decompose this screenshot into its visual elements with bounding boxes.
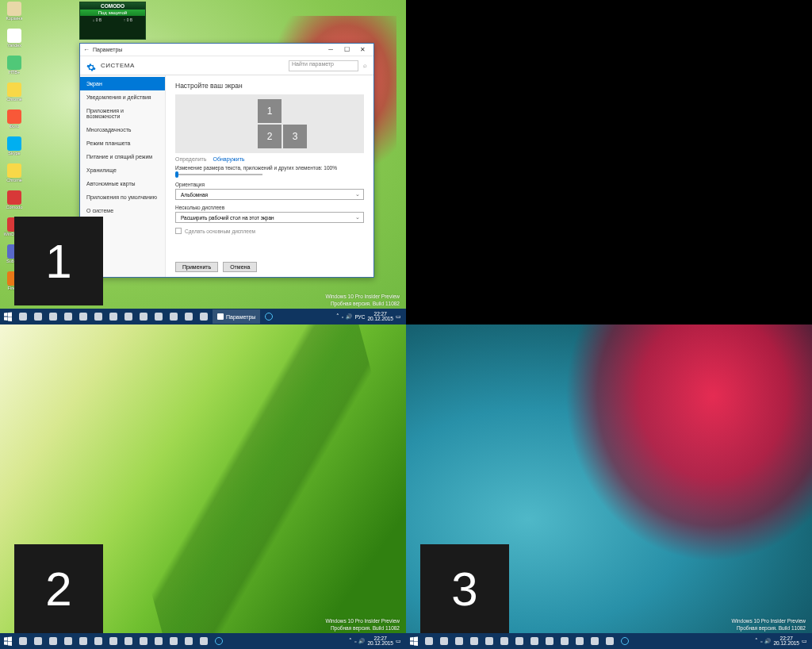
task-view-icon[interactable]	[438, 635, 450, 647]
movies-icon[interactable]	[92, 635, 105, 647]
pen-icon[interactable]	[107, 310, 120, 323]
network-icon[interactable]: ▫	[354, 639, 356, 644]
search-input[interactable]: Найти параметр	[289, 60, 358, 71]
sidebar-item[interactable]: Экран	[80, 77, 165, 90]
monitor-tile-1[interactable]: 1	[258, 99, 282, 123]
tray-chevron-icon[interactable]: ˄	[349, 638, 352, 644]
tray-chevron-icon[interactable]: ˄	[336, 313, 339, 320]
desktop-icon[interactable]: Yandex	[3, 29, 25, 54]
network-icon[interactable]: ▫	[760, 639, 762, 644]
onenote-icon[interactable]	[167, 635, 180, 647]
minimize-button[interactable]: ─	[323, 44, 339, 56]
volume-icon[interactable]: 🔊	[764, 638, 771, 644]
taskbar-active-app[interactable]: Параметры	[213, 309, 260, 324]
action-center-icon[interactable]: ▭	[396, 313, 401, 320]
ie-icon[interactable]	[619, 635, 631, 647]
pen-icon[interactable]	[107, 635, 120, 647]
search-icon[interactable]	[423, 635, 435, 647]
clock[interactable]: 22:2720.12.2015	[367, 312, 393, 322]
sidebar-item[interactable]: Приложения по умолчанию	[80, 190, 165, 204]
maximize-button[interactable]: ☐	[339, 44, 354, 56]
task-view-icon[interactable]	[32, 635, 44, 647]
calendar-icon[interactable]	[558, 635, 571, 647]
multidisplay-dropdown[interactable]: Расширить рабочий стол на этот экран ⌄	[175, 212, 364, 223]
start-button[interactable]	[2, 310, 14, 323]
clock[interactable]: 22:2720.12.2015	[773, 636, 799, 647]
earth-icon[interactable]	[182, 635, 195, 647]
desktop-icon[interactable]: Chrome	[3, 83, 25, 108]
sidebar-item[interactable]: Питание и спящий режим	[80, 150, 165, 163]
tray-chevron-icon[interactable]: ˄	[755, 638, 758, 644]
mail-icon[interactable]	[543, 635, 556, 647]
movies-icon[interactable]	[92, 310, 105, 323]
network-icon[interactable]: ▫	[342, 314, 343, 320]
volume-icon[interactable]: 🔊	[346, 313, 352, 320]
volume-icon[interactable]: 🔊	[358, 638, 365, 644]
desktop-icon[interactable]: НТВ+	[3, 56, 25, 81]
cancel-button[interactable]: Отмена	[223, 262, 257, 272]
word-icon[interactable]	[197, 310, 210, 323]
sidebar-item[interactable]: Хранилище	[80, 163, 165, 177]
scale-slider[interactable]	[175, 174, 262, 175]
start-button[interactable]	[2, 635, 14, 647]
word-icon[interactable]	[603, 635, 616, 647]
store-icon[interactable]	[77, 635, 90, 647]
onenote-icon[interactable]	[573, 635, 586, 647]
clock[interactable]: 22:2720.12.2015	[367, 636, 393, 647]
apply-button[interactable]: Применить	[175, 262, 218, 272]
desktop-icon[interactable]: Корзина	[3, 2, 25, 27]
identify-link[interactable]: Определить	[175, 156, 206, 162]
action-center-icon[interactable]: ▭	[802, 638, 807, 644]
taskbar[interactable]: ˄ ▫ 🔊 22:2720.12.2015 ▭	[406, 633, 812, 649]
ie-icon[interactable]	[213, 635, 225, 647]
back-icon[interactable]: ←	[83, 46, 90, 53]
people-icon[interactable]	[122, 310, 135, 323]
explorer-icon[interactable]	[62, 310, 75, 323]
calendar-icon[interactable]	[152, 310, 165, 323]
store-icon[interactable]	[483, 635, 496, 647]
store-icon[interactable]	[77, 310, 90, 323]
ie-icon[interactable]	[262, 310, 275, 323]
sidebar-item[interactable]: Приложения и возможности	[80, 104, 165, 123]
earth-icon[interactable]	[588, 635, 601, 647]
system-tray[interactable]: ˄ ▫ 🔊 22:2720.12.2015 ▭	[755, 636, 810, 647]
edge-icon[interactable]	[47, 635, 59, 647]
explorer-icon[interactable]	[468, 635, 481, 647]
start-button[interactable]	[408, 635, 420, 647]
desktop-icon[interactable]: Skype	[3, 136, 25, 162]
sidebar-item[interactable]: О системе	[80, 204, 165, 217]
comodo-widget[interactable]: COMODO Под защитой ↓ 0 B↑ 0 B	[79, 2, 146, 40]
desktop-icon[interactable]: Фото	[3, 109, 25, 135]
sidebar-item[interactable]: Автономные карты	[80, 177, 165, 190]
earth-icon[interactable]	[182, 310, 195, 323]
calendar-icon[interactable]	[152, 635, 165, 647]
system-tray[interactable]: ˄ ▫ 🔊 22:2720.12.2015 ▭	[349, 636, 404, 647]
language-indicator[interactable]: РУС	[354, 314, 365, 320]
mail-icon[interactable]	[137, 310, 150, 323]
task-view-icon[interactable]	[32, 310, 44, 323]
search-icon[interactable]	[17, 310, 29, 323]
word-icon[interactable]	[197, 635, 210, 647]
system-tray[interactable]: ˄ ▫ 🔊 РУС 22:2720.12.2015 ▭	[336, 312, 404, 322]
desktop-icon[interactable]: Comodo	[3, 190, 25, 216]
close-button[interactable]: ✕	[354, 44, 370, 56]
titlebar[interactable]: ← Параметры ─ ☐ ✕	[80, 44, 373, 56]
sidebar-item[interactable]: Многозадачность	[80, 123, 165, 136]
monitor-tile-2[interactable]: 2	[258, 125, 282, 148]
search-icon[interactable]: ⌕	[363, 62, 367, 69]
orientation-dropdown[interactable]: Альбомная ⌄	[175, 189, 364, 200]
onenote-icon[interactable]	[167, 310, 180, 323]
display-arrangement[interactable]: 1 2 3	[175, 94, 364, 153]
edge-icon[interactable]	[47, 310, 59, 323]
pen-icon[interactable]	[513, 635, 526, 647]
sidebar-item[interactable]: Уведомления и действия	[80, 90, 165, 104]
sidebar-item[interactable]: Режим планшета	[80, 136, 165, 150]
make-main-checkbox[interactable]: Сделать основным дисплеем	[175, 228, 364, 234]
explorer-icon[interactable]	[62, 635, 75, 647]
taskbar[interactable]: ˄ ▫ 🔊 22:2720.12.2015 ▭	[0, 633, 406, 649]
taskbar[interactable]: Параметры ˄ ▫ 🔊 РУС 22:2720.12.2015 ▭	[0, 309, 406, 324]
people-icon[interactable]	[528, 635, 541, 647]
detect-link[interactable]: Обнаружить	[213, 156, 244, 162]
search-icon[interactable]	[17, 635, 29, 647]
edge-icon[interactable]	[453, 635, 465, 647]
